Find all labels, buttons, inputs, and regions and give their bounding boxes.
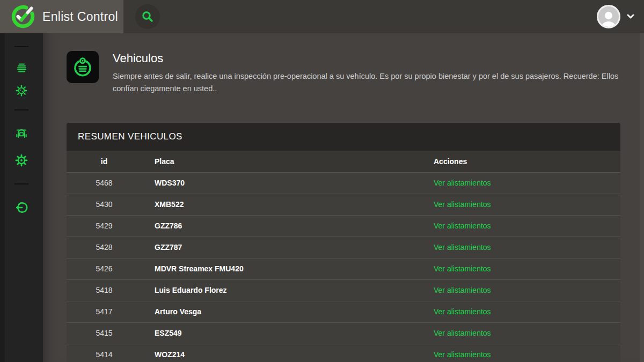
vehicle-id: 5418 <box>67 279 142 301</box>
vehicle-actions-cell: Ver alistamientos <box>421 279 620 301</box>
table-row: 5417Arturo VesgaVer alistamientos <box>67 301 620 322</box>
vehicle-id: 5426 <box>67 258 142 279</box>
brand-name: Enlist Control <box>42 10 118 24</box>
sidebar-item-configuracion[interactable] <box>14 153 28 167</box>
app-header: Enlist Control <box>0 0 644 33</box>
ver-alistamientos-link[interactable]: Ver alistamientos <box>434 350 491 359</box>
vehicle-placa: GZZ786 <box>142 215 421 237</box>
enlist-logo-icon <box>11 4 35 29</box>
page-description: Siempre antes de salir, realice una insp… <box>113 70 620 95</box>
vehicle-id: 5417 <box>67 301 142 322</box>
vehicle-id: 5430 <box>67 194 142 215</box>
vehicle-actions-cell: Ver alistamientos <box>421 215 620 237</box>
chevron-down-icon[interactable] <box>627 14 634 19</box>
vehicle-placa: GZZ787 <box>142 237 421 258</box>
vehicles-panel: RESUMEN VEHICULOS id Placa Acciones 5468… <box>67 123 620 362</box>
sidebar-divider <box>14 183 28 184</box>
vehicle-id: 5429 <box>67 215 142 237</box>
virus-icon <box>15 84 28 97</box>
avatar[interactable] <box>597 5 620 28</box>
table-row: 5429GZZ786Ver alistamientos <box>67 215 620 237</box>
vehicle-actions-cell: Ver alistamientos <box>421 301 620 322</box>
page-title: Vehiculos <box>113 51 620 65</box>
ver-alistamientos-link[interactable]: Ver alistamientos <box>434 307 491 316</box>
sidebar-divider <box>14 109 28 110</box>
vehicle-placa: Arturo Vesga <box>142 301 421 322</box>
sidebar-item-logout[interactable] <box>14 201 28 215</box>
vehicle-id: 5414 <box>67 344 142 362</box>
vehicle-placa: XMB522 <box>142 194 421 215</box>
vehicle-placa: Luis Eduardo Florez <box>142 279 421 301</box>
search-icon <box>141 10 155 24</box>
ver-alistamientos-link[interactable]: Ver alistamientos <box>434 243 491 252</box>
table-row: 5468WDS370Ver alistamientos <box>67 172 620 194</box>
ver-alistamientos-link[interactable]: Ver alistamientos <box>434 264 491 273</box>
vehicle-placa: WDS370 <box>142 172 421 194</box>
vehicle-placa: MDVR Streamex FMU420 <box>142 258 421 279</box>
vehicle-id: 5468 <box>67 172 142 194</box>
sidebar-divider <box>14 46 28 47</box>
ver-alistamientos-link[interactable]: Ver alistamientos <box>434 200 491 209</box>
sidebar-item-protocolos[interactable] <box>14 84 28 98</box>
table-row: 5426MDVR Streamex FMU420Ver alistamiento… <box>67 258 620 279</box>
main-content: Vehiculos Siempre antes de salir, realic… <box>43 33 644 362</box>
logout-icon <box>14 201 28 215</box>
table-row: 5414WOZ214Ver alistamientos <box>67 344 620 362</box>
panel-title: RESUMEN VEHICULOS <box>78 131 182 142</box>
vehicle-placa: WOZ214 <box>142 344 421 362</box>
list-lines-icon <box>15 62 28 75</box>
vehicles-table: id Placa Acciones 5468WDS370Ver alistami… <box>67 151 620 362</box>
ver-alistamientos-link[interactable]: Ver alistamientos <box>434 329 491 337</box>
ver-alistamientos-link[interactable]: Ver alistamientos <box>434 221 491 230</box>
brand[interactable]: Enlist Control <box>0 0 123 33</box>
vehicle-top-icon <box>71 56 94 78</box>
table-row: 5418Luis Eduardo FlorezVer alistamientos <box>67 279 620 301</box>
table-row: 5428GZZ787Ver alistamientos <box>67 237 620 258</box>
vehicle-id: 5428 <box>67 237 142 258</box>
panel-header: RESUMEN VEHICULOS <box>67 123 620 151</box>
vehicle-actions-cell: Ver alistamientos <box>421 344 620 362</box>
ver-alistamientos-link[interactable]: Ver alistamientos <box>434 179 491 187</box>
page-header: Vehiculos Siempre antes de salir, realic… <box>67 51 620 95</box>
vehicle-placa: ESZ549 <box>142 322 421 344</box>
table-row: 5430XMB522Ver alistamientos <box>67 194 620 215</box>
scrollbar[interactable] <box>640 33 644 362</box>
column-header-placa: Placa <box>142 151 421 172</box>
table-row: 5415ESZ549Ver alistamientos <box>67 322 620 344</box>
sidebar-item-alistamientos[interactable] <box>14 61 28 75</box>
vehicle-actions-cell: Ver alistamientos <box>421 237 620 258</box>
gear-icon <box>14 153 28 167</box>
user-avatar-icon <box>599 10 618 27</box>
vehicle-actions-cell: Ver alistamientos <box>421 172 620 194</box>
column-header-id: id <box>67 151 142 172</box>
ver-alistamientos-link[interactable]: Ver alistamientos <box>434 286 491 294</box>
sidebar-item-vehiculos[interactable] <box>14 127 28 141</box>
vehicles-tile <box>67 51 99 83</box>
search-button[interactable] <box>135 4 160 29</box>
vehicle-actions-cell: Ver alistamientos <box>421 258 620 279</box>
sidebar <box>0 33 43 362</box>
vehicle-front-icon <box>14 127 28 141</box>
table-header-row: id Placa Acciones <box>67 151 620 172</box>
column-header-acciones: Acciones <box>421 151 620 172</box>
user-menu[interactable] <box>597 5 644 28</box>
vehicle-actions-cell: Ver alistamientos <box>421 194 620 215</box>
vehicle-actions-cell: Ver alistamientos <box>421 322 620 344</box>
vehicle-id: 5415 <box>67 322 142 344</box>
